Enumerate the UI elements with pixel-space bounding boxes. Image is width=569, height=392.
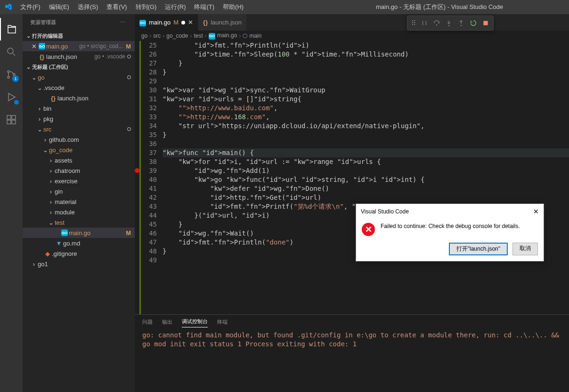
titlebar: 文件(F) 编辑(E) 选择(S) 查看(V) 转到(G) 运行(R) 终端(T…	[0, 0, 569, 14]
open-editor-item[interactable]: {} launch.json go • .vscode	[23, 51, 135, 62]
sidebar-more-icon[interactable]: ⋯	[118, 18, 127, 26]
code-editor[interactable]: 2526272829303132333435363738394041424344…	[135, 41, 569, 314]
activity-extensions[interactable]	[0, 108, 23, 131]
debug-pause-icon[interactable]	[419, 17, 430, 29]
tree-folder-material[interactable]: › material	[23, 196, 135, 207]
tree-folder-assets[interactable]: › assets	[23, 155, 135, 165]
error-icon: ✕	[362, 223, 375, 236]
panel-tab-0[interactable]: 问题	[142, 317, 153, 327]
activity-scm[interactable]: 1	[0, 63, 23, 86]
activity-debug[interactable]	[0, 86, 23, 108]
editor-area: GOmain.go M ✕ {}launch.json go›src›go_co…	[135, 14, 569, 392]
activity-bar: 1	[0, 14, 23, 392]
editor-tabs: GOmain.go M ✕ {}launch.json	[135, 14, 569, 31]
svg-rect-5	[12, 115, 16, 119]
tree-folder-go[interactable]: ⌄ go	[23, 72, 135, 82]
sidebar-header: 资源管理器 ⋯	[23, 14, 135, 31]
tree-folder-github.com[interactable]: › github.com	[23, 134, 135, 145]
debug-restart-icon[interactable]	[468, 17, 479, 29]
svg-rect-7	[12, 120, 16, 124]
tree-folder-chatroom[interactable]: › chatroom	[23, 165, 135, 176]
panel-tab-1[interactable]: 输出	[162, 317, 172, 327]
dialog-close-icon[interactable]: ✕	[533, 208, 539, 215]
menu-view[interactable]: 查看(V)	[103, 1, 130, 13]
crumb[interactable]: go	[141, 33, 147, 39]
close-icon[interactable]: ✕	[188, 19, 193, 26]
panel-tab-2[interactable]: 调试控制台	[182, 316, 208, 327]
breakpoint-icon[interactable]	[135, 168, 139, 173]
svg-point-8	[436, 24, 437, 25]
tree-folder-gin[interactable]: › gin	[23, 186, 135, 196]
tree-folder-module[interactable]: › module	[23, 207, 135, 217]
vscode-logo	[0, 3, 16, 11]
svg-point-2	[8, 76, 9, 78]
breadcrumbs[interactable]: go›src›go_code›test›GOmain.go›⬡main	[135, 31, 569, 41]
dialog-title: Visual Studio Code	[361, 208, 533, 215]
debug-step-out-icon[interactable]	[455, 17, 467, 29]
tree-folder-src[interactable]: ⌄ src	[23, 124, 135, 134]
tree-file-main.go[interactable]: GO main.go M	[23, 228, 135, 238]
svg-point-1	[8, 71, 9, 73]
tree-file-launch.json[interactable]: {} launch.json	[23, 93, 135, 103]
crumb[interactable]: src	[153, 33, 161, 39]
close-icon[interactable]: ✕	[30, 43, 38, 50]
svg-rect-11	[484, 21, 488, 25]
drag-handle-icon[interactable]: ⠿	[409, 19, 418, 27]
menu-goto[interactable]: 转到(G)	[132, 1, 161, 13]
tree-folder-pkg[interactable]: › pkg	[23, 114, 135, 124]
menu-help[interactable]: 帮助(H)	[219, 1, 247, 13]
error-dialog: Visual Studio Code✕ ✕ Failed to continue…	[356, 204, 544, 261]
menu-terminal[interactable]: 终端(T)	[190, 1, 218, 13]
tree-folder-bin[interactable]: › bin	[23, 103, 135, 114]
bottom-panel: 问题输出调试控制台终端 go: cannot find main module,…	[135, 314, 569, 392]
editor-tab-main.go[interactable]: GOmain.go M ✕	[135, 14, 198, 31]
tree-file-.gitignore[interactable]: ◆ .gitignore	[23, 248, 135, 259]
activity-explorer[interactable]	[0, 18, 23, 41]
svg-point-0	[8, 48, 13, 54]
panel-tab-3[interactable]: 终端	[217, 317, 228, 327]
tree-folder-.vscode[interactable]: ⌄ .vscode	[23, 82, 135, 93]
section-open-editors[interactable]: ⌄打开的编辑器	[23, 31, 135, 41]
scm-badge: 1	[12, 75, 19, 82]
dialog-open-launch-button[interactable]: 打开"launch.json"	[449, 243, 508, 255]
crumb[interactable]: GOmain.go	[209, 32, 237, 40]
window-title: main.go - 无标题 (工作区) - Visual Studio Code	[376, 3, 503, 11]
tree-folder-go_code[interactable]: ⌄ go_code	[23, 145, 135, 155]
dialog-cancel-button[interactable]: 取消	[512, 243, 538, 255]
debug-toolbar[interactable]: ⠿	[407, 16, 494, 31]
svg-rect-4	[7, 115, 11, 119]
debug-stop-icon[interactable]	[480, 17, 491, 29]
svg-point-9	[448, 25, 449, 26]
menu-run[interactable]: 运行(R)	[161, 1, 189, 13]
debug-console-output[interactable]: go: cannot find main module, but found .…	[135, 329, 569, 392]
crumb[interactable]: test	[194, 33, 203, 39]
tree-folder-test[interactable]: ⌄ test	[23, 217, 135, 228]
dialog-message: Failed to continue: Check the debug cons…	[381, 223, 538, 229]
menu-select[interactable]: 选择(S)	[74, 1, 102, 13]
debug-step-over-icon[interactable]	[431, 17, 442, 29]
debug-step-into-icon[interactable]	[443, 17, 455, 29]
section-workspace[interactable]: ⌄无标题 (工作区)	[23, 62, 135, 72]
open-editor-item[interactable]: ✕ GO main.go go • src\go_cod... M	[23, 41, 135, 51]
menubar: 文件(F) 编辑(E) 选择(S) 查看(V) 转到(G) 运行(R) 终端(T…	[16, 1, 247, 13]
crumb[interactable]: go_code	[166, 33, 188, 39]
debug-badge	[14, 100, 19, 105]
crumb[interactable]: ⬡main	[243, 33, 261, 39]
svg-rect-6	[7, 120, 11, 124]
tree-folder-go1[interactable]: › go1	[23, 259, 135, 269]
editor-tab-launch.json[interactable]: {}launch.json	[198, 14, 247, 31]
sidebar: 资源管理器 ⋯ ⌄打开的编辑器 ✕ GO main.go go • src\go…	[23, 14, 135, 392]
menu-file[interactable]: 文件(F)	[16, 1, 44, 13]
tree-file-go.md[interactable]: ▼ go.md	[23, 238, 135, 248]
activity-search[interactable]	[0, 41, 23, 63]
tree-folder-exercise[interactable]: › exercise	[23, 176, 135, 186]
menu-edit[interactable]: 编辑(E)	[45, 1, 73, 13]
svg-point-10	[461, 25, 461, 26]
